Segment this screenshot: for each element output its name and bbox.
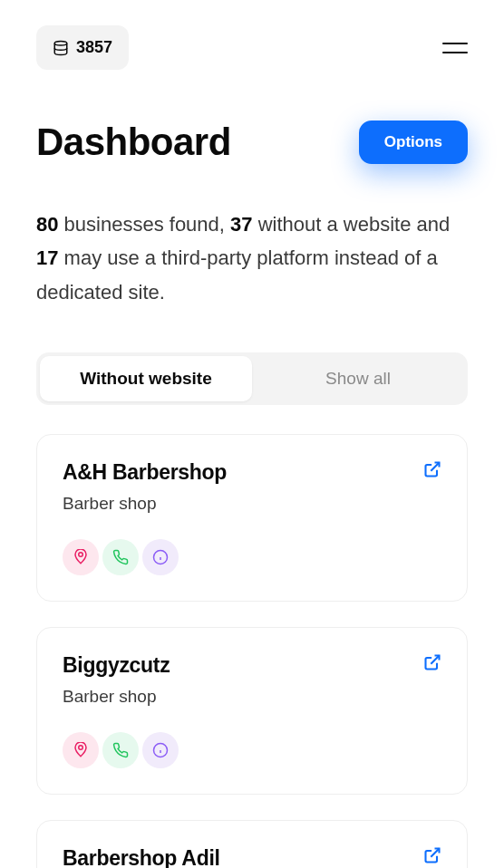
- phone-icon: [112, 742, 129, 758]
- business-category: Barber shop: [63, 687, 441, 707]
- external-link-icon: [423, 653, 441, 671]
- info-icon: [152, 742, 169, 758]
- open-external-button[interactable]: [423, 653, 441, 675]
- credits-badge[interactable]: 3857: [36, 25, 129, 70]
- location-button[interactable]: [63, 732, 99, 768]
- location-icon: [73, 742, 89, 758]
- menu-button[interactable]: [442, 43, 468, 53]
- action-row: [63, 732, 441, 768]
- options-button[interactable]: Options: [359, 121, 468, 164]
- page-title: Dashboard: [36, 121, 231, 164]
- svg-point-0: [54, 41, 67, 45]
- business-name: Barbershop Adil: [63, 846, 220, 868]
- tab-without-website[interactable]: Without website: [40, 356, 252, 401]
- business-card: A&H Barbershop Barber shop: [36, 434, 468, 602]
- database-icon: [53, 40, 69, 56]
- svg-line-11: [431, 849, 439, 857]
- tabs: Without website Show all: [36, 352, 468, 405]
- summary-text: 80 businesses found, 37 without a websit…: [36, 207, 468, 309]
- credits-count: 3857: [76, 38, 112, 57]
- business-name: A&H Barbershop: [63, 460, 227, 485]
- location-icon: [73, 549, 89, 565]
- header: 3857: [36, 25, 468, 70]
- info-icon: [152, 549, 169, 565]
- info-button[interactable]: [142, 732, 179, 768]
- title-row: Dashboard Options: [36, 121, 468, 164]
- business-name: Biggyzcutz: [63, 653, 170, 678]
- svg-line-6: [431, 656, 439, 664]
- phone-icon: [112, 549, 129, 565]
- tab-show-all[interactable]: Show all: [252, 356, 464, 401]
- business-category: Barber shop: [63, 494, 441, 514]
- info-button[interactable]: [142, 539, 179, 575]
- summary-thirdparty: 17: [36, 246, 58, 269]
- open-external-button[interactable]: [423, 846, 441, 868]
- phone-button[interactable]: [102, 539, 139, 575]
- business-card: Biggyzcutz Barber shop: [36, 627, 468, 795]
- external-link-icon: [423, 846, 441, 864]
- external-link-icon: [423, 460, 441, 478]
- phone-button[interactable]: [102, 732, 139, 768]
- action-row: [63, 539, 441, 575]
- svg-point-2: [79, 553, 83, 557]
- business-card: Barbershop Adil: [36, 820, 468, 868]
- svg-line-1: [431, 463, 439, 471]
- open-external-button[interactable]: [423, 460, 441, 482]
- summary-without: 37: [230, 213, 252, 236]
- svg-point-7: [79, 746, 83, 750]
- location-button[interactable]: [63, 539, 99, 575]
- summary-total: 80: [36, 213, 58, 236]
